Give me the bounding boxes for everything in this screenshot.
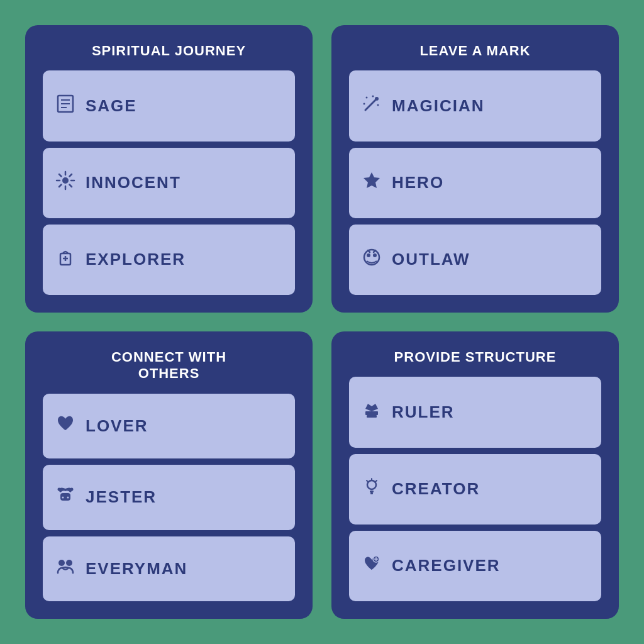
item-row-everyman[interactable]: EVERYMAN [43,536,295,601]
item-label-hero: HERO [392,173,444,192]
svg-line-41 [367,480,368,482]
svg-point-27 [58,488,61,491]
svg-line-9 [59,174,62,177]
caregiver-icon [360,553,383,578]
svg-point-17 [375,97,379,101]
svg-point-19 [377,104,379,106]
item-label-ruler: RULER [392,402,455,422]
svg-point-21 [372,95,374,97]
svg-rect-37 [370,491,374,492]
item-row-ruler[interactable]: RULER [349,377,601,447]
card-title-connect-with-others: CONNECT WITH OTHERS [43,349,295,382]
svg-rect-35 [367,415,377,418]
svg-line-16 [365,100,375,110]
item-label-sage: SAGE [86,96,137,116]
items-container-spiritual-journey: SAGE INNOCENT EXPLORER [43,70,295,295]
svg-point-31 [67,497,69,499]
svg-point-30 [62,497,64,499]
innocent-icon [54,170,77,195]
svg-line-40 [375,480,377,482]
svg-line-12 [59,185,62,187]
item-row-innocent[interactable]: INNOCENT [43,148,295,218]
svg-point-28 [70,488,74,491]
svg-point-18 [366,96,368,98]
item-row-magician[interactable]: MAGICIAN [349,70,601,141]
main-grid: SPIRITUAL JOURNEY SAGE INNOCENT EXPLORER… [0,0,644,644]
jester-icon [54,485,77,509]
card-leave-a-mark: LEAVE A MARK MAGICIAN HERO OUTLAW [331,25,619,313]
everyman-icon [54,557,77,581]
svg-point-33 [66,560,72,566]
card-title-leave-a-mark: LEAVE A MARK [349,43,601,59]
svg-rect-34 [365,411,378,415]
items-container-provide-structure: RULER CREATOR CAREGIVER [349,377,601,601]
item-row-outlaw[interactable]: OUTLAW [349,225,601,295]
item-label-outlaw: OUTLAW [392,250,470,269]
svg-point-20 [364,103,365,104]
item-label-explorer: EXPLORER [86,250,186,269]
item-label-lover: LOVER [86,416,148,436]
item-row-creator[interactable]: CREATOR [349,454,601,525]
ruler-icon [360,400,383,425]
svg-point-36 [367,480,376,489]
creator-icon [360,477,383,501]
svg-point-4 [62,177,69,184]
item-label-magician: MAGICIAN [392,96,484,116]
magician-icon [360,94,383,118]
sage-icon [54,94,77,118]
card-title-provide-structure: PROVIDE STRUCTURE [349,349,601,365]
svg-line-11 [70,174,72,177]
lover-icon [54,414,77,438]
item-row-sage[interactable]: SAGE [43,70,295,141]
item-label-jester: JESTER [86,487,157,507]
item-row-hero[interactable]: HERO [349,148,601,218]
svg-point-23 [367,253,370,257]
outlaw-icon [360,247,383,272]
card-connect-with-others: CONNECT WITH OTHERS LOVER JESTER EVERYMA… [25,331,313,619]
item-row-explorer[interactable]: EXPLORER [43,225,295,295]
item-row-jester[interactable]: JESTER [43,465,295,530]
svg-rect-29 [60,493,70,501]
item-label-creator: CREATOR [392,479,480,499]
item-row-lover[interactable]: LOVER [43,394,295,458]
item-label-innocent: INNOCENT [86,173,181,192]
item-label-everyman: EVERYMAN [86,559,187,579]
explorer-icon [54,247,77,272]
hero-icon [360,170,383,195]
svg-line-10 [70,185,72,187]
item-row-caregiver[interactable]: CAREGIVER [349,531,601,601]
svg-rect-38 [370,492,373,494]
card-spiritual-journey: SPIRITUAL JOURNEY SAGE INNOCENT EXPLORER [25,25,313,313]
item-label-caregiver: CAREGIVER [392,556,501,575]
card-title-spiritual-journey: SPIRITUAL JOURNEY [43,43,295,59]
svg-point-24 [373,253,377,257]
items-container-leave-a-mark: MAGICIAN HERO OUTLAW [349,70,601,295]
items-container-connect-with-others: LOVER JESTER EVERYMAN [43,394,295,601]
card-provide-structure: PROVIDE STRUCTURE RULER CREATOR CAREGIVE… [331,331,619,619]
svg-point-32 [58,560,65,566]
